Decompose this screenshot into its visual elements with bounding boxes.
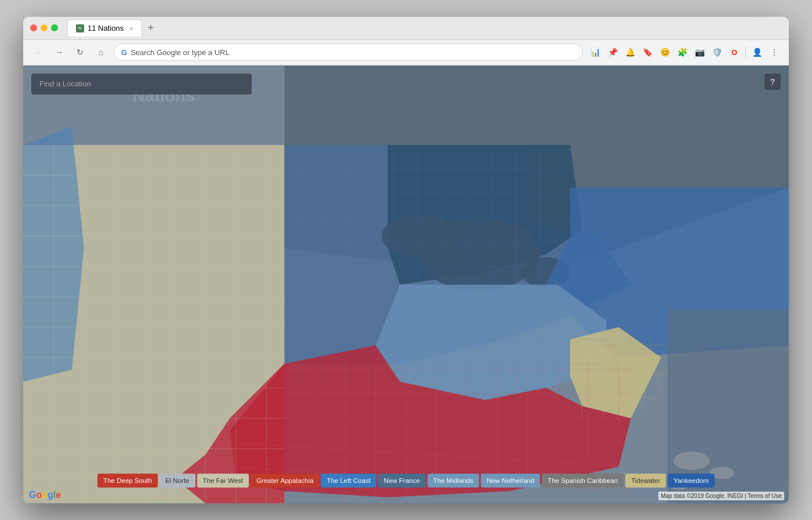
map-svg: Nations: [23, 66, 789, 504]
legend-item[interactable]: The Deep South: [97, 474, 158, 488]
map-container: Nations Find a Location ? The Deep South…: [23, 66, 789, 504]
icon-puzzle[interactable]: 🧩: [675, 45, 690, 60]
home-button[interactable]: ⌂: [93, 44, 109, 60]
icon-stats[interactable]: 📊: [588, 45, 603, 60]
traffic-lights: [30, 24, 58, 31]
forward-button[interactable]: →: [51, 44, 67, 60]
new-tab-button[interactable]: +: [144, 21, 158, 35]
icon-bookmark[interactable]: 🔖: [640, 45, 655, 60]
legend-bar: The Deep SouthEl NorteThe Far WestGreate…: [23, 474, 789, 488]
icon-opera[interactable]: O: [727, 45, 742, 60]
legend-item[interactable]: New France: [378, 474, 426, 488]
icon-profile[interactable]: 👤: [749, 45, 764, 60]
toolbar-divider: [745, 46, 746, 58]
address-bar[interactable]: G Search Google or type a URL: [114, 43, 583, 61]
close-button[interactable]: [30, 24, 37, 31]
legend-item[interactable]: The Left Coast: [321, 474, 376, 488]
legend-item[interactable]: Yankeedom: [668, 474, 715, 488]
minimize-button[interactable]: [41, 24, 48, 31]
reload-button[interactable]: ↻: [72, 44, 88, 60]
legend-item[interactable]: Greater Appalachia: [251, 474, 319, 488]
find-location-text: Find a Location: [39, 79, 91, 88]
tab-title: 11 Nations: [88, 24, 124, 32]
title-bar: N 11 Nations × +: [23, 17, 789, 40]
active-tab[interactable]: N 11 Nations ×: [67, 19, 142, 37]
tab-favicon: N: [76, 24, 84, 32]
attribution: Map data ©2019 Google, INEGI | Terms of …: [658, 492, 784, 500]
tab-close-button[interactable]: ×: [129, 25, 133, 32]
browser-window: N 11 Nations × + ← → ↻ ⌂ G Search Google…: [23, 17, 789, 504]
find-location-bar[interactable]: Find a Location: [31, 74, 252, 94]
legend-item[interactable]: The Midlands: [427, 474, 479, 488]
icon-menu[interactable]: ⋮: [767, 45, 782, 60]
tab-bar: N 11 Nations × +: [67, 19, 782, 37]
google-logo: Google: [29, 490, 61, 500]
back-button[interactable]: ←: [30, 44, 46, 60]
icon-pinterest[interactable]: 📌: [605, 45, 620, 60]
legend-item[interactable]: El Norte: [160, 474, 195, 488]
legend-item[interactable]: New Netherland: [481, 474, 540, 488]
legend-item[interactable]: The Far West: [197, 474, 249, 488]
toolbar-icons: 📊 📌 🔔 🔖 😊 🧩 📷 🛡️ O 👤 ⋮: [588, 45, 782, 60]
legend-item[interactable]: The Spanish Caribbean: [542, 474, 624, 488]
maximize-button[interactable]: [51, 24, 58, 31]
icon-emoji[interactable]: 😊: [657, 45, 672, 60]
legend-item[interactable]: Tidewater: [625, 474, 666, 488]
icon-bell[interactable]: 🔔: [622, 45, 637, 60]
address-text: Search Google or type a URL: [130, 48, 575, 57]
help-button[interactable]: ?: [764, 74, 781, 90]
google-g-icon: G: [121, 48, 127, 57]
nav-bar: ← → ↻ ⌂ G Search Google or type a URL 📊 …: [23, 40, 789, 66]
svg-point-79: [673, 452, 710, 470]
icon-photo[interactable]: 📷: [692, 45, 707, 60]
icon-shield[interactable]: 🛡️: [709, 45, 724, 60]
